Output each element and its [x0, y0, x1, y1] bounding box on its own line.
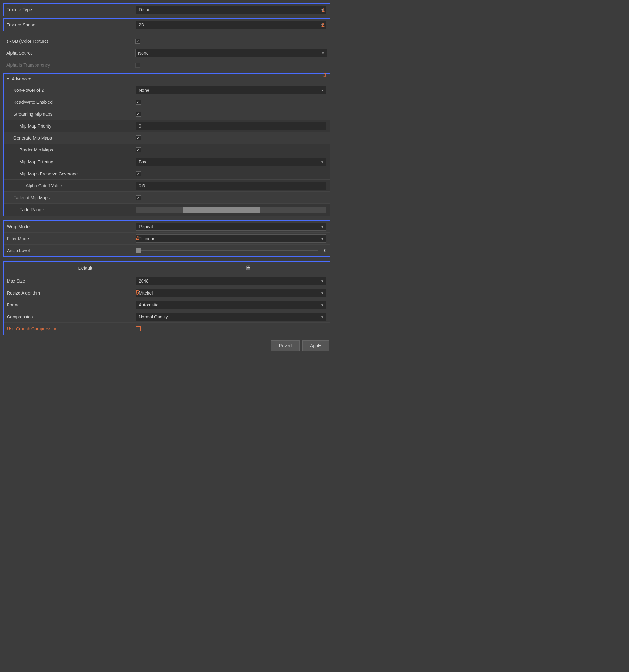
- alpha-cutoff-row: Alpha Cutoff Value: [4, 180, 330, 192]
- texture-type-row: Texture Type Default 1: [4, 4, 330, 16]
- alpha-cutoff-value: [136, 182, 326, 190]
- group5-header: Default 🖥: [4, 262, 330, 275]
- advanced-section: Advanced 3 Non-Power of 2 None Read/Writ…: [3, 73, 330, 216]
- filter-mode-label: Filter Mode: [7, 236, 136, 241]
- texture-shape-dropdown-wrap: 2D: [136, 21, 326, 29]
- resize-algorithm-value: Mitchell: [136, 289, 326, 297]
- compression-value: Normal Quality: [136, 313, 326, 321]
- alpha-transparency-value: [135, 63, 327, 68]
- filter-mode-row: Filter Mode Trilinear 4: [4, 233, 330, 244]
- alpha-transparency-row: Alpha Is Transparency: [3, 59, 330, 71]
- texture-type-value: Default: [136, 6, 326, 14]
- max-size-row: Max Size 2048: [4, 275, 330, 287]
- fadeout-mip-maps-label: Fadeout Mip Maps: [7, 195, 136, 200]
- aniso-level-value: 0: [136, 248, 326, 253]
- non-power-of-2-row: Non-Power of 2 None: [4, 84, 330, 96]
- resize-algorithm-row: Resize Algorithm Mitchell 5: [4, 287, 330, 299]
- fadeout-mip-maps-checkbox[interactable]: [136, 195, 141, 200]
- mip-map-filtering-dropdown[interactable]: Box: [136, 158, 326, 166]
- compression-dropdown-wrap: Normal Quality: [136, 313, 326, 321]
- monitor-icon: 🖥: [245, 264, 252, 272]
- use-crunch-value: [136, 326, 326, 331]
- compression-row: Compression Normal Quality: [4, 311, 330, 323]
- texture-importer-panel: Texture Type Default 1 Texture Shape 2D: [3, 3, 330, 354]
- use-crunch-row: Use Crunch Compression: [4, 323, 330, 335]
- basic-settings-group: sRGB (Color Texture) Alpha Source None A…: [3, 35, 330, 71]
- wrap-mode-value: Repeat: [136, 222, 326, 231]
- srgb-label: sRGB (Color Texture): [6, 39, 135, 44]
- texture-shape-dropdown[interactable]: 2D: [136, 21, 326, 29]
- compression-dropdown[interactable]: Normal Quality: [136, 313, 326, 321]
- fadeout-mip-maps-row: Fadeout Mip Maps: [4, 192, 330, 204]
- read-write-checkbox[interactable]: [136, 100, 141, 105]
- max-size-label: Max Size: [7, 279, 136, 284]
- alpha-cutoff-input[interactable]: [136, 182, 326, 190]
- texture-shape-section: Texture Shape 2D 2: [3, 18, 330, 31]
- group4-section: Wrap Mode Repeat Filter Mode Trilinear 4: [3, 220, 330, 257]
- texture-type-dropdown[interactable]: Default: [136, 6, 326, 14]
- texture-shape-label: Texture Shape: [7, 22, 136, 27]
- fade-range-slider[interactable]: [136, 207, 326, 213]
- mip-maps-preserve-label: Mip Maps Preserve Coverage: [7, 171, 136, 176]
- section-number-2: 2: [321, 22, 325, 28]
- border-mip-maps-value: [136, 147, 326, 152]
- advanced-triangle-icon: [7, 78, 10, 80]
- streaming-mipmaps-checkbox[interactable]: [136, 112, 141, 117]
- streaming-mipmaps-label: Streaming Mipmaps: [7, 112, 136, 117]
- advanced-header[interactable]: Advanced 3: [4, 74, 330, 84]
- texture-type-section: Texture Type Default 1: [3, 3, 330, 16]
- generate-mip-maps-label: Generate Mip Maps: [7, 136, 136, 141]
- apply-button[interactable]: Apply: [302, 340, 329, 351]
- alpha-source-row: Alpha Source None: [3, 47, 330, 59]
- mip-map-filtering-value: Box: [136, 158, 326, 166]
- aniso-level-label: Aniso Level: [7, 248, 136, 253]
- mip-map-filtering-row: Mip Map Filtering Box: [4, 156, 330, 168]
- fade-range-row: Fade Range: [4, 204, 330, 216]
- resize-algorithm-dropdown[interactable]: Mitchell: [136, 289, 326, 297]
- section-number-1: 1: [321, 7, 325, 13]
- border-mip-maps-row: Border Mip Maps: [4, 144, 330, 156]
- non-power-of-2-dropdown[interactable]: None: [136, 86, 326, 94]
- wrap-mode-row: Wrap Mode Repeat: [4, 221, 330, 233]
- mip-map-filtering-dropdown-wrap: Box: [136, 158, 326, 166]
- revert-button[interactable]: Revert: [271, 340, 300, 351]
- wrap-mode-dropdown[interactable]: Repeat: [136, 222, 326, 231]
- generate-mip-maps-checkbox[interactable]: [136, 136, 141, 141]
- format-value: Automatic: [136, 301, 326, 309]
- group5-section: Default 🖥 Max Size 2048 Resize Algorithm: [3, 261, 330, 335]
- advanced-label: Advanced: [11, 76, 31, 81]
- group5-header-right[interactable]: 🖥: [167, 262, 330, 275]
- mip-map-priority-input[interactable]: [136, 122, 326, 130]
- mip-maps-preserve-value: [136, 171, 326, 176]
- alpha-cutoff-label: Alpha Cutoff Value: [7, 183, 136, 188]
- alpha-source-dropdown-wrap: None: [135, 49, 327, 57]
- border-mip-maps-checkbox[interactable]: [136, 147, 141, 152]
- alpha-transparency-label: Alpha Is Transparency: [6, 63, 135, 68]
- section-number-4: 4: [136, 235, 325, 242]
- aniso-level-slider-wrap: 0: [136, 248, 326, 253]
- max-size-value: 2048: [136, 277, 326, 285]
- wrap-mode-label: Wrap Mode: [7, 224, 136, 229]
- non-power-of-2-label: Non-Power of 2: [7, 88, 136, 93]
- read-write-value: [136, 100, 326, 105]
- section-number-5: 5: [136, 289, 139, 296]
- texture-shape-row: Texture Shape 2D 2: [4, 19, 330, 31]
- srgb-checkbox[interactable]: [135, 39, 140, 44]
- alpha-source-dropdown[interactable]: None: [135, 49, 327, 57]
- resize-algorithm-dropdown-wrap: Mitchell: [136, 289, 326, 297]
- srgb-value: [135, 39, 327, 44]
- format-label: Format: [7, 303, 136, 307]
- use-crunch-label: Use Crunch Compression: [7, 326, 136, 331]
- section-number-3: 3: [323, 72, 326, 79]
- use-crunch-checkbox[interactable]: [136, 326, 141, 331]
- texture-type-dropdown-wrap: Default: [136, 6, 326, 14]
- format-dropdown[interactable]: Automatic: [136, 301, 326, 309]
- aniso-level-slider[interactable]: [136, 250, 318, 251]
- border-mip-maps-label: Border Mip Maps: [7, 147, 136, 152]
- mip-maps-preserve-row: Mip Maps Preserve Coverage: [4, 168, 330, 180]
- max-size-dropdown[interactable]: 2048: [136, 277, 326, 285]
- bottom-buttons-bar: Revert Apply: [3, 337, 330, 354]
- group5-header-left: Default: [4, 263, 167, 273]
- texture-type-label: Texture Type: [7, 7, 136, 12]
- mip-maps-preserve-checkbox[interactable]: [136, 171, 141, 176]
